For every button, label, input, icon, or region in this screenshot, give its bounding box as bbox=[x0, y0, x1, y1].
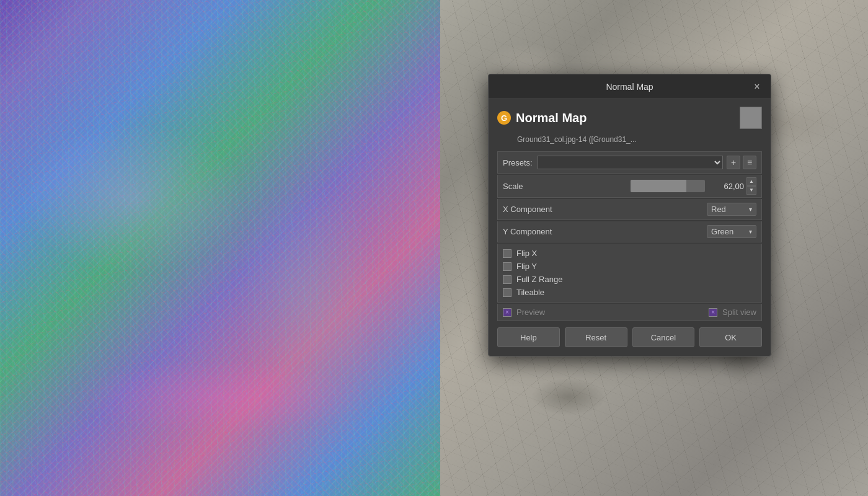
split-view-checkbox[interactable]: × bbox=[709, 308, 717, 317]
y-component-row: Y Component Green ▾ bbox=[497, 221, 762, 242]
dialog-body: G Normal Map Ground31_col.jpg-14 ([Groun… bbox=[489, 99, 771, 356]
crack-overlay-left bbox=[0, 0, 440, 496]
gimp-logo: G bbox=[497, 111, 511, 125]
flip-y-label: Flip Y bbox=[516, 262, 537, 271]
x-component-row: X Component Red ▾ bbox=[497, 199, 762, 220]
tileable-row: Tileable bbox=[503, 288, 756, 297]
filter-filename: Ground31_col.jpg-14 ([Ground31_... bbox=[517, 135, 762, 144]
reset-button[interactable]: Reset bbox=[565, 327, 627, 347]
tileable-label: Tileable bbox=[516, 288, 544, 297]
presets-add-button[interactable]: + bbox=[727, 156, 740, 169]
flip-x-row: Flip X bbox=[503, 249, 756, 258]
filter-preview-thumbnail bbox=[740, 107, 762, 129]
dialog-titlebar: Normal Map × bbox=[489, 74, 771, 99]
normal-map-dialog: Normal Map × G Normal Map Ground31_col.j… bbox=[488, 74, 771, 356]
x-component-value: Red bbox=[711, 205, 726, 214]
presets-manage-button[interactable]: ≡ bbox=[743, 156, 756, 169]
scale-slider-fill bbox=[631, 180, 686, 192]
help-button[interactable]: Help bbox=[497, 327, 560, 347]
cancel-button[interactable]: Cancel bbox=[632, 327, 695, 347]
flip-x-checkbox[interactable] bbox=[503, 249, 512, 258]
action-buttons: Help Reset Cancel OK bbox=[497, 327, 762, 348]
presets-actions: + ≡ bbox=[727, 156, 756, 169]
flip-x-label: Flip X bbox=[516, 249, 537, 258]
checkboxes-section: Flip X Flip Y Full Z Range Tileable bbox=[497, 244, 762, 303]
presets-select[interactable] bbox=[538, 156, 723, 169]
left-background bbox=[0, 0, 440, 496]
flip-y-row: Flip Y bbox=[503, 262, 756, 271]
scale-value: 62,00 bbox=[710, 182, 744, 191]
scale-spinners: ▲ ▼ bbox=[746, 177, 756, 195]
preview-label: Preview bbox=[516, 308, 709, 317]
full-z-range-label: Full Z Range bbox=[516, 275, 562, 284]
y-component-chevron: ▾ bbox=[749, 228, 752, 235]
y-component-value: Green bbox=[711, 227, 733, 236]
close-button[interactable]: × bbox=[750, 79, 764, 94]
dialog-title: Normal Map bbox=[606, 82, 653, 92]
full-z-range-row: Full Z Range bbox=[503, 275, 756, 284]
presets-label: Presets: bbox=[503, 158, 533, 167]
scale-spin-down[interactable]: ▼ bbox=[746, 186, 756, 195]
presets-row: Presets: + ≡ bbox=[497, 151, 762, 174]
scale-row: Scale 62,00 ▲ ▼ bbox=[497, 175, 762, 198]
flip-y-checkbox[interactable] bbox=[503, 262, 512, 271]
y-component-select[interactable]: Green ▾ bbox=[707, 225, 756, 238]
filter-name: Normal Map bbox=[516, 111, 740, 125]
x-component-chevron: ▾ bbox=[749, 206, 752, 213]
tileable-checkbox[interactable] bbox=[503, 288, 512, 297]
split-view-label: Split view bbox=[722, 308, 756, 317]
scale-slider[interactable] bbox=[631, 180, 705, 192]
full-z-range-checkbox[interactable] bbox=[503, 275, 512, 284]
x-component-select[interactable]: Red ▾ bbox=[707, 203, 756, 216]
y-component-label: Y Component bbox=[503, 227, 707, 236]
filter-header: G Normal Map bbox=[497, 107, 762, 129]
scale-label: Scale bbox=[503, 182, 631, 191]
ok-button[interactable]: OK bbox=[699, 327, 762, 347]
preview-checkbox[interactable]: × bbox=[503, 308, 512, 317]
x-component-label: X Component bbox=[503, 205, 707, 214]
scale-spin-up[interactable]: ▲ bbox=[746, 177, 756, 186]
preview-row: × Preview × Split view bbox=[497, 304, 762, 321]
